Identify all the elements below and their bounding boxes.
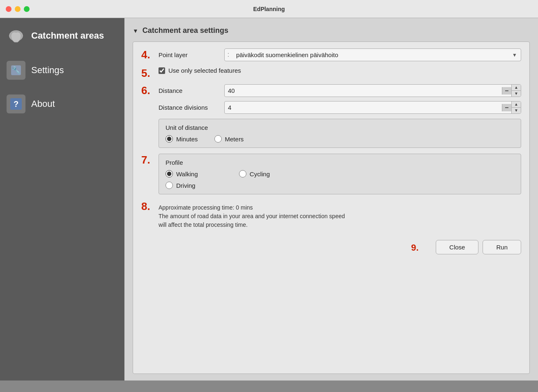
distance-input[interactable] bbox=[225, 85, 502, 97]
processing-time-text2: The amount of road data in your area and… bbox=[159, 212, 521, 221]
maximize-window-button[interactable] bbox=[24, 6, 30, 12]
selected-features-checkbox-row: Use only selected features bbox=[159, 67, 521, 74]
unit-of-distance-label: Unit of distance bbox=[166, 124, 514, 131]
distance-divisions-increment-button[interactable]: ▲ bbox=[512, 101, 521, 108]
distance-decrement-button[interactable]: ▼ bbox=[512, 91, 521, 97]
step-8-label: 8. bbox=[141, 201, 159, 212]
point-layer-row: 4. Point layer ⁚ päiväkodit suomenkielin… bbox=[141, 48, 521, 61]
radio-minutes-input[interactable] bbox=[166, 135, 173, 143]
profile-radio-row-1: Walking Cycling bbox=[166, 170, 514, 178]
radio-walking-option[interactable]: Walking bbox=[166, 170, 198, 178]
settings-panel: 4. Point layer ⁚ päiväkodit suomenkielin… bbox=[133, 42, 530, 374]
step-4-label: 4. bbox=[141, 49, 159, 60]
svg-rect-6 bbox=[505, 107, 508, 108]
step-6-label: 6. bbox=[141, 85, 159, 96]
profile-label: Profile bbox=[166, 159, 514, 166]
radio-walking-label: Walking bbox=[176, 171, 198, 178]
radio-cycling-option[interactable]: Cycling bbox=[239, 170, 270, 178]
point-layer-label: Point layer bbox=[159, 51, 220, 58]
step-7-label: 7. bbox=[141, 154, 159, 165]
profile-radio-row-2: Driving bbox=[166, 182, 514, 189]
title-bar: EdPlanning bbox=[0, 0, 538, 18]
distance-label: Distance bbox=[159, 87, 220, 94]
unit-of-distance-box: Unit of distance Minutes Meters bbox=[159, 119, 521, 148]
sidebar: Catchment areas 🔧 Settings ? Ab bbox=[0, 18, 124, 380]
radio-meters-label: Meters bbox=[225, 136, 244, 143]
radio-meters-option[interactable]: Meters bbox=[214, 135, 244, 143]
distance-divisions-input-wrapper: ▲ ▼ bbox=[224, 101, 521, 114]
step-5-label: 5. bbox=[141, 68, 159, 78]
settings-icon: 🔧 bbox=[7, 61, 25, 80]
point-layer-form-row: Point layer ⁚ päiväkodit suomenkielinen … bbox=[159, 48, 521, 61]
distance-divisions-spinners: ▲ ▼ bbox=[511, 101, 521, 113]
point-layer-select[interactable]: päiväkodit suomenkielinen päivähoito bbox=[224, 48, 521, 61]
radio-walking-input[interactable] bbox=[166, 170, 173, 178]
section-title: Catchment area settings bbox=[143, 26, 228, 35]
catchment-areas-icon bbox=[7, 26, 25, 45]
sidebar-header: Catchment areas bbox=[0, 18, 124, 53]
use-selected-features-checkbox[interactable] bbox=[159, 67, 165, 74]
radio-meters-input[interactable] bbox=[214, 135, 222, 143]
catchment-areas-title: Catchment areas bbox=[31, 30, 104, 41]
step-9-label: 9. bbox=[411, 243, 428, 252]
radio-driving-option[interactable]: Driving bbox=[166, 182, 195, 189]
distance-form-row: Distance ▲ ▼ bbox=[159, 84, 521, 97]
distance-spinners: ▲ ▼ bbox=[511, 85, 521, 97]
point-layer-content: Point layer ⁚ päiväkodit suomenkielinen … bbox=[159, 48, 521, 61]
distance-row: 6. Distance ▲ ▼ bbox=[141, 84, 521, 148]
close-button[interactable]: Close bbox=[436, 240, 478, 254]
distance-divisions-clear-button[interactable] bbox=[502, 104, 511, 111]
sidebar-item-about-label: About bbox=[31, 99, 55, 109]
profile-row: 7. Profile Walking bbox=[141, 154, 521, 194]
processing-time-row: 8. Approximate processing time: 0 mins T… bbox=[141, 200, 521, 229]
profile-radio-group: Walking Cycling Driving bbox=[166, 170, 514, 189]
minimize-window-button[interactable] bbox=[15, 6, 21, 12]
processing-time-content: Approximate processing time: 0 mins The … bbox=[159, 203, 521, 229]
distance-increment-button[interactable]: ▲ bbox=[512, 85, 521, 91]
processing-time-text3: will affect the total processing time. bbox=[159, 221, 521, 229]
radio-minutes-option[interactable]: Minutes bbox=[166, 135, 198, 143]
content-area: ▼ Catchment area settings 4. Point layer… bbox=[124, 18, 538, 380]
section-header: ▼ Catchment area settings bbox=[133, 26, 530, 35]
radio-cycling-input[interactable] bbox=[239, 170, 246, 178]
distance-divisions-decrement-button[interactable]: ▼ bbox=[512, 108, 521, 113]
distance-input-wrapper: ▲ ▼ bbox=[224, 84, 521, 97]
selected-features-content: Use only selected features bbox=[159, 67, 521, 74]
distance-divisions-form-row: Distance divisions ▲ ▼ bbox=[159, 101, 521, 114]
bottom-buttons: 9. Close Run bbox=[141, 240, 521, 254]
about-icon: ? bbox=[7, 95, 25, 113]
unit-radio-row: Minutes Meters bbox=[166, 135, 514, 143]
radio-driving-label: Driving bbox=[176, 182, 195, 189]
radio-cycling-label: Cycling bbox=[250, 171, 270, 178]
sidebar-item-settings-label: Settings bbox=[31, 65, 64, 76]
run-button[interactable]: Run bbox=[483, 240, 521, 254]
status-bar bbox=[0, 380, 538, 392]
svg-rect-5 bbox=[505, 90, 508, 91]
distance-divisions-label: Distance divisions bbox=[159, 104, 220, 111]
close-window-button[interactable] bbox=[6, 6, 11, 12]
section-arrow-icon: ▼ bbox=[133, 28, 138, 34]
distance-content: Distance ▲ ▼ bbox=[159, 84, 521, 148]
profile-box: Profile Walking Cycling bbox=[159, 154, 521, 194]
use-selected-features-label: Use only selected features bbox=[168, 67, 241, 74]
processing-time-text1: Approximate processing time: 0 mins bbox=[159, 203, 521, 212]
distance-clear-button[interactable] bbox=[502, 87, 511, 95]
svg-text:🔧: 🔧 bbox=[11, 66, 21, 75]
app-title: EdPlanning bbox=[253, 6, 285, 12]
point-layer-dropdown-wrapper: ⁚ päiväkodit suomenkielinen päivähoito ▼ bbox=[224, 48, 521, 61]
sidebar-item-about[interactable]: ? About bbox=[0, 87, 124, 121]
distance-divisions-input[interactable] bbox=[225, 101, 502, 113]
unit-of-distance-section: Unit of distance Minutes Meters bbox=[159, 119, 521, 148]
sidebar-item-settings[interactable]: 🔧 Settings bbox=[0, 53, 124, 87]
profile-content: Profile Walking Cycling bbox=[159, 154, 521, 194]
svg-text:?: ? bbox=[14, 99, 18, 108]
window-controls bbox=[6, 6, 30, 12]
radio-driving-input[interactable] bbox=[166, 182, 173, 189]
selected-features-row: 5. Use only selected features bbox=[141, 67, 521, 78]
radio-minutes-label: Minutes bbox=[176, 136, 198, 143]
main-layout: Catchment areas 🔧 Settings ? Ab bbox=[0, 18, 538, 380]
